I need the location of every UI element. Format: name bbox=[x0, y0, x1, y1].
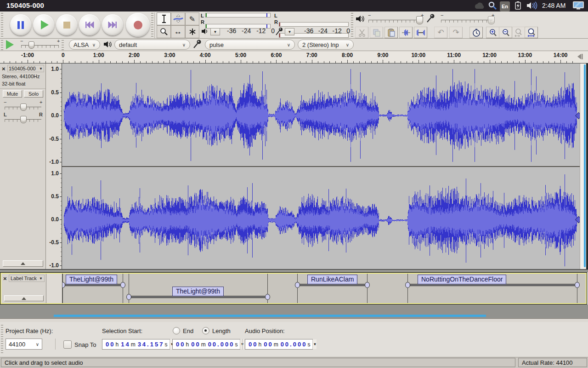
time-digits: 14 bbox=[121, 341, 130, 348]
waveform-channel-1[interactable] bbox=[62, 64, 580, 166]
label-track[interactable]: × Label Track ▼ TheLight@99thTheLight@99… bbox=[0, 272, 587, 305]
time-shift-tool-button[interactable]: ↔ bbox=[171, 25, 185, 38]
waveform-channel-2[interactable] bbox=[62, 166, 580, 269]
fit-project-icon bbox=[527, 28, 536, 37]
snap-to-checkbox[interactable] bbox=[63, 340, 72, 349]
fit-project-button[interactable] bbox=[525, 27, 538, 38]
cloud-icon[interactable] bbox=[474, 1, 485, 10]
tools-toolbar-grip[interactable] bbox=[151, 13, 153, 38]
zoom-in-button[interactable] bbox=[486, 27, 499, 38]
timeline-ruler[interactable]: -1:0001:002:003:004:005:006:007:008:009:… bbox=[0, 51, 588, 63]
time-unit: m bbox=[274, 341, 278, 348]
track-title-menu[interactable]: 150405-000 ▼ bbox=[7, 65, 44, 72]
time-field-dropdown-arrow[interactable]: ▼ bbox=[312, 339, 317, 349]
selection-length-field[interactable]: 00h00m00.000s▼ bbox=[172, 339, 240, 350]
selection-tool-button[interactable] bbox=[157, 12, 171, 25]
transcription-toolbar-grip[interactable] bbox=[1, 40, 3, 50]
device-toolbar-grip[interactable] bbox=[62, 40, 64, 50]
skip-to-end-button[interactable] bbox=[102, 14, 123, 35]
skip-to-start-button[interactable] bbox=[79, 14, 100, 35]
mixer-toolbar-grip[interactable] bbox=[351, 13, 353, 38]
meter-scale-value: -12 bbox=[332, 27, 341, 34]
pinned-playhead-icon[interactable] bbox=[577, 53, 584, 60]
paste-button[interactable] bbox=[384, 27, 398, 38]
zoom-tool-button[interactable] bbox=[157, 25, 171, 38]
pause-button[interactable] bbox=[10, 14, 31, 35]
input-volume-slider[interactable] bbox=[441, 20, 492, 23]
recording-channels-dropdown[interactable]: 2 (Stereo) Inp∨ bbox=[298, 40, 354, 50]
time-digits: 00.000 bbox=[281, 341, 307, 348]
playback-meter-dropdown[interactable]: ▼ bbox=[210, 28, 220, 35]
record-button[interactable] bbox=[126, 13, 150, 37]
label-drag-handle[interactable] bbox=[62, 282, 65, 288]
end-radio[interactable] bbox=[173, 327, 180, 334]
label-text[interactable]: TheLight@99th bbox=[66, 275, 117, 284]
label-text[interactable]: NoRuttingOnTheDanceFloor bbox=[418, 275, 506, 284]
audio-position-field[interactable]: 00h00m00.000s▼ bbox=[245, 339, 313, 350]
tools-toolbar: ✎ ↔ bbox=[157, 12, 199, 38]
pan-slider-thumb[interactable] bbox=[20, 116, 27, 123]
clock[interactable]: 2:48 AM bbox=[542, 1, 565, 10]
sync-lock-button[interactable] bbox=[469, 27, 483, 38]
search-key-icon[interactable] bbox=[488, 1, 497, 10]
fit-selection-button[interactable] bbox=[512, 27, 525, 38]
volume-icon[interactable] bbox=[526, 1, 538, 10]
label-drag-handle[interactable] bbox=[120, 282, 125, 288]
label-text[interactable]: TheLight@99th bbox=[172, 287, 224, 296]
label-drag-handle[interactable] bbox=[126, 294, 131, 300]
selection-start-field[interactable]: 00h14m34.157s▼ bbox=[102, 339, 170, 350]
stop-button[interactable] bbox=[56, 14, 77, 35]
label-drag-handle[interactable] bbox=[365, 282, 370, 288]
recording-device-dropdown[interactable]: pulse∨ bbox=[205, 40, 295, 50]
collapse-track-button[interactable] bbox=[3, 260, 43, 267]
timeline-minor-tick bbox=[407, 61, 407, 63]
project-rate-dropdown[interactable]: 44100 ∨ bbox=[6, 339, 42, 350]
transport-toolbar-grip[interactable] bbox=[1, 13, 3, 38]
output-volume-slider[interactable] bbox=[368, 20, 422, 23]
label-track-title-menu[interactable]: Label Track ▼ bbox=[9, 275, 45, 282]
label-drag-handle[interactable] bbox=[575, 282, 580, 288]
gain-slider-thumb[interactable] bbox=[20, 104, 27, 111]
waveform-area[interactable] bbox=[62, 63, 580, 269]
record-meter-left-bar[interactable] bbox=[279, 22, 349, 27]
playback-device-dropdown[interactable]: default∨ bbox=[114, 40, 190, 50]
battery-icon[interactable] bbox=[513, 1, 523, 10]
timeline-minor-tick bbox=[294, 61, 294, 63]
undo-button[interactable]: ↶ bbox=[434, 27, 447, 38]
selection-toolbar-grip[interactable] bbox=[1, 325, 3, 354]
envelope-tool-button[interactable] bbox=[171, 12, 185, 25]
length-radio[interactable] bbox=[202, 327, 209, 334]
collapse-label-track-button[interactable] bbox=[4, 295, 44, 301]
draw-tool-button[interactable]: ✎ bbox=[185, 12, 199, 25]
audio-track[interactable]: × 150405-000 ▼ Stereo, 44100Hz 32-bit fl… bbox=[0, 63, 588, 269]
close-track-button[interactable]: × bbox=[2, 65, 6, 72]
solo-button[interactable]: Solo bbox=[24, 90, 43, 98]
copy-button[interactable] bbox=[370, 27, 383, 38]
cut-button[interactable] bbox=[355, 27, 368, 38]
horizontal-scrollbar-thumb[interactable] bbox=[54, 315, 486, 317]
vertical-scrollbar-thumb[interactable] bbox=[584, 64, 586, 267]
play-at-speed-button[interactable] bbox=[6, 40, 14, 49]
label-drag-handle[interactable] bbox=[405, 282, 410, 288]
label-text[interactable]: RunLikeAClam bbox=[307, 275, 357, 284]
keyboard-layout-indicator[interactable]: En bbox=[500, 1, 510, 12]
record-meter-dropdown[interactable]: ▼ bbox=[285, 28, 294, 35]
label-track-content[interactable]: TheLight@99thTheLight@99thRunLikeAClamNo… bbox=[62, 274, 586, 303]
audio-host-dropdown[interactable]: ALSA∨ bbox=[69, 40, 100, 50]
zoom-out-button[interactable] bbox=[499, 27, 512, 38]
label-drag-handle[interactable] bbox=[295, 282, 300, 288]
redo-button[interactable]: ↷ bbox=[449, 27, 463, 38]
display-icon[interactable] bbox=[572, 1, 584, 10]
playback-meter-left-bar[interactable] bbox=[205, 13, 271, 17]
mute-button[interactable]: Mute bbox=[3, 90, 22, 98]
timeline-minor-tick bbox=[93, 61, 93, 63]
trim-audio-button[interactable] bbox=[399, 27, 413, 38]
label-drag-handle[interactable] bbox=[265, 294, 270, 300]
playback-speed-thumb[interactable] bbox=[28, 41, 34, 49]
vertical-scrollbar[interactable] bbox=[580, 63, 586, 269]
multi-tool-button[interactable] bbox=[185, 25, 199, 38]
silence-audio-button[interactable] bbox=[414, 27, 427, 38]
play-button[interactable] bbox=[33, 14, 54, 35]
playback-speed-slider[interactable] bbox=[21, 45, 59, 48]
close-label-track-button[interactable]: × bbox=[3, 275, 7, 282]
